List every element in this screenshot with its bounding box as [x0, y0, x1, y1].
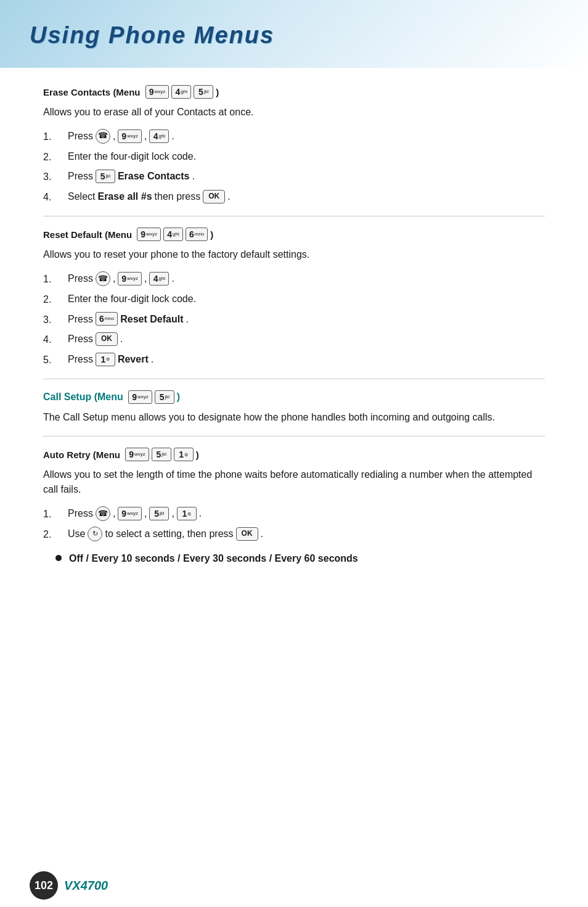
page-title: Using Phone Menus: [30, 22, 274, 49]
page-content: Erase Contacts (Menu 9wxyz 4ghi 5jkl ) A…: [0, 68, 588, 618]
step-1-erase: 1. Press ☎ , 9wxyz , 4ghi .: [43, 128, 545, 145]
page-footer: 102 VX4700: [0, 864, 588, 907]
auto-retry-body: Allows you to set the length of time the…: [43, 467, 545, 497]
step-5-reset: 5. Press 1⚙ Revert.: [43, 351, 545, 368]
erase-contacts-body: Allows you to erase all of your Contacts…: [43, 105, 545, 120]
page-header: Using Phone Menus: [0, 0, 588, 68]
step-1-reset: 1. Press ☎ , 9wxyz , 4ghi .: [43, 271, 545, 287]
reset-default-body: Allows you to reset your phone to the fa…: [43, 247, 545, 262]
phone-icon: ☎: [96, 129, 110, 144]
divider-2: [43, 379, 545, 379]
step-2-retry: 2. Use ↻ to select a setting, then press…: [43, 526, 545, 543]
phone-icon-2: ☎: [96, 271, 110, 286]
bullet-item: Off / Every 10 seconds / Every 30 second…: [55, 551, 545, 566]
key-4ghi-3: 4ghi: [163, 228, 183, 241]
key-6mno-1: 6mno: [186, 228, 208, 241]
auto-retry-bullets: Off / Every 10 seconds / Every 30 second…: [43, 551, 545, 566]
auto-retry-heading: Auto Retry (Menu 9wxyz 5jkl 1⚙ ): [43, 448, 545, 461]
key-4ghi-4: 4ghi: [149, 272, 169, 285]
bullet-dot: [55, 555, 62, 561]
erase-contacts-heading: Erase Contacts (Menu 9wxyz 4ghi 5jkl ): [43, 85, 545, 99]
step-2-erase: 2. Enter the four-digit lock code.: [43, 149, 545, 165]
key-1-2: 1⚙: [174, 448, 194, 461]
nav-icon: ↻: [88, 527, 102, 541]
step-3-erase: 3. Press 5jkl Erase Contacts.: [43, 168, 545, 185]
step-4-erase: 4. Select Erase all #s then press OK .: [43, 189, 545, 205]
page-badge: 102 VX4700: [30, 871, 108, 900]
step-4-reset: 4. Press OK .: [43, 331, 545, 348]
key-9wxyz-5: 9wxyz: [128, 390, 152, 404]
auto-retry-steps: 1. Press ☎ , 9wxyz , 5jkl , 1⚙ . 2. Use …: [43, 506, 545, 542]
step-1-retry: 1. Press ☎ , 9wxyz , 5jkl , 1⚙ .: [43, 506, 545, 522]
key-5jkl-2: 5jkl: [96, 170, 115, 183]
key-9wxyz-7: 9wxyz: [118, 507, 142, 520]
erase-contacts-steps: 1. Press ☎ , 9wxyz , 4ghi . 2. Enter the…: [43, 128, 545, 205]
page-model: VX4700: [64, 879, 108, 893]
reset-default-heading: Reset Default (Menu 9wxyz 4ghi 6mno ): [43, 228, 545, 241]
call-setup-heading: Call Setup (Menu 9wxyz 5jkl ): [43, 390, 545, 404]
key-ok-1: OK: [203, 190, 225, 203]
key-5jkl-1: 5jkl: [194, 85, 213, 99]
step-3-reset: 3. Press 6mno Reset Default.: [43, 311, 545, 328]
reset-default-steps: 1. Press ☎ , 9wxyz , 4ghi . 2. Enter the…: [43, 271, 545, 367]
key-9wxyz-6: 9wxyz: [125, 448, 149, 461]
key-9wxyz-1: 9wxyz: [145, 85, 169, 99]
key-1-1: 1⚙: [96, 353, 115, 366]
divider-1: [43, 216, 545, 216]
phone-icon-3: ☎: [96, 506, 110, 521]
key-5jkl-4: 5jkl: [152, 448, 171, 461]
key-9wxyz-4: 9wxyz: [118, 272, 142, 285]
key-9wxyz-2: 9wxyz: [118, 129, 142, 143]
key-5jkl-3: 5jkl: [155, 390, 174, 404]
key-ok-3: OK: [236, 527, 258, 541]
call-setup-body: The Call Setup menu allows you to design…: [43, 410, 545, 425]
bullet-text: Off / Every 10 seconds / Every 30 second…: [69, 551, 358, 566]
key-ok-2: OK: [96, 332, 118, 346]
key-4ghi-2: 4ghi: [149, 129, 169, 143]
key-1-3: 1⚙: [177, 507, 197, 520]
key-6mno-2: 6mno: [96, 312, 118, 326]
key-9wxyz-3: 9wxyz: [137, 228, 161, 241]
divider-3: [43, 436, 545, 437]
step-2-reset: 2. Enter the four-digit lock code.: [43, 291, 545, 308]
key-5jkl-5: 5jkl: [149, 507, 169, 520]
key-4ghi-1: 4ghi: [171, 85, 191, 99]
page-number: 102: [30, 871, 58, 900]
